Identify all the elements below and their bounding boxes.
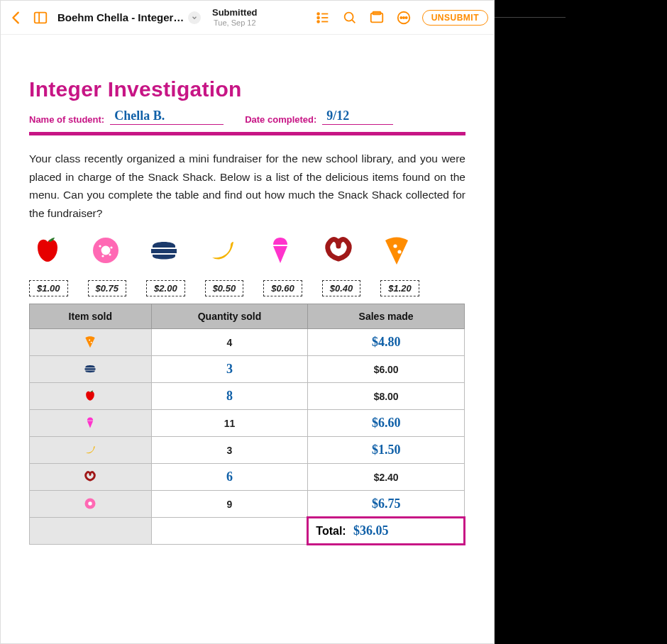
qty-cell: 3 <box>151 356 308 383</box>
svg-point-25 <box>89 339 90 340</box>
svg-point-24 <box>397 250 401 254</box>
svg-rect-0 <box>35 12 47 23</box>
svg-point-14 <box>403 16 404 18</box>
svg-point-23 <box>393 245 397 248</box>
pizza-icon <box>380 233 414 267</box>
donut-icon <box>89 233 123 267</box>
th-sales: Sales made <box>308 304 465 329</box>
outline-icon[interactable] <box>314 9 331 26</box>
qty-cell: 8 <box>151 383 308 410</box>
icecream-icon <box>263 233 297 267</box>
pretzel-icon <box>321 233 355 267</box>
doc-title: Boehm Chella - Integers I... <box>57 11 185 23</box>
sales-cell: $6.75 <box>308 491 465 518</box>
media-icon[interactable] <box>368 9 385 26</box>
sales-cell: $6.00 <box>308 356 465 383</box>
table-row: 8$8.00 <box>30 383 465 410</box>
svg-point-19 <box>110 247 112 249</box>
total-value: $36.05 <box>353 523 389 538</box>
more-icon[interactable] <box>395 9 412 26</box>
name-value: Chella B. <box>114 109 165 123</box>
intro-paragraph: Your class recently organized a mini fun… <box>29 150 465 222</box>
svg-point-13 <box>400 16 402 18</box>
svg-point-20 <box>101 255 104 257</box>
sales-cell: $4.80 <box>308 329 465 356</box>
svg-point-18 <box>99 245 101 248</box>
back-button[interactable] <box>6 8 26 28</box>
table-row: 4$4.80 <box>30 329 465 356</box>
sales-cell: $6.60 <box>308 410 465 437</box>
unsubmit-button[interactable]: UNSUBMIT <box>422 10 488 26</box>
price-donut: $0.75 <box>88 280 127 296</box>
submission-status: Submitted Tue, Sep 12 <box>212 8 258 26</box>
total-empty-2 <box>151 518 308 545</box>
qty-cell: 11 <box>151 410 308 437</box>
sidebar-toggle-icon[interactable] <box>31 8 50 28</box>
price-pretzel: $0.40 <box>322 280 361 296</box>
svg-line-9 <box>352 19 355 22</box>
donut-cell-icon <box>30 491 152 518</box>
th-qty: Quantity sold <box>151 304 308 329</box>
price-apple: $1.00 <box>29 280 68 296</box>
apple-icon <box>31 233 65 267</box>
svg-point-26 <box>91 342 92 343</box>
document-body: Integer Investigation Name of student: C… <box>1 35 494 560</box>
table-row: 6$2.40 <box>30 464 465 491</box>
total-cell: Total: $36.05 <box>308 518 465 545</box>
burger-icon <box>147 233 181 267</box>
svg-point-17 <box>101 246 111 255</box>
svg-point-21 <box>109 254 111 256</box>
name-field: Name of student: Chella B. <box>29 109 224 125</box>
chevron-down-icon[interactable] <box>188 11 201 24</box>
svg-point-4 <box>317 21 319 23</box>
date-label: Date completed: <box>245 114 316 125</box>
banana-cell-icon <box>30 437 152 464</box>
qty-cell: 4 <box>151 329 308 356</box>
toolbar: Boehm Chella - Integers I... Submitted T… <box>1 1 494 35</box>
price-banana: $0.50 <box>205 280 244 296</box>
name-label: Name of student: <box>29 114 104 125</box>
search-icon[interactable] <box>341 9 358 26</box>
price-icecream: $0.60 <box>263 280 302 296</box>
callout-line <box>495 17 566 18</box>
price-burger: $2.00 <box>146 280 185 296</box>
table-row: 9$6.75 <box>30 491 465 518</box>
price-row: $1.00 $0.75 $2.00 $0.50 $0.60 $0.40 $1.2… <box>29 280 465 296</box>
qty-cell: 6 <box>151 464 308 491</box>
sales-cell: $8.00 <box>308 383 465 410</box>
toolbar-right: UNSUBMIT <box>314 9 488 26</box>
sales-cell: $1.50 <box>308 437 465 464</box>
total-empty-1 <box>30 518 152 545</box>
th-item: Item sold <box>30 304 152 329</box>
app-frame: Boehm Chella - Integers I... Submitted T… <box>0 0 495 644</box>
svg-point-8 <box>344 12 353 21</box>
table-row: 3$6.00 <box>30 356 465 383</box>
snack-row <box>29 233 465 267</box>
qty-cell: 3 <box>151 437 308 464</box>
doc-title-group[interactable]: Boehm Chella - Integers I... <box>57 11 201 24</box>
status-text: Submitted <box>212 8 258 18</box>
fill-row: Name of student: Chella B. Date complete… <box>29 109 465 125</box>
date-value: 9/12 <box>326 109 349 123</box>
svg-point-3 <box>317 16 319 18</box>
svg-rect-27 <box>85 368 96 370</box>
icecream-cell-icon <box>30 410 152 437</box>
pretzel-cell-icon <box>30 464 152 491</box>
pizza-cell-icon <box>30 329 152 356</box>
price-pizza: $1.20 <box>380 280 419 296</box>
table-row: 3$1.50 <box>30 437 465 464</box>
date-field: Date completed: 9/12 <box>245 109 393 125</box>
total-label: Total: <box>316 525 346 537</box>
svg-point-29 <box>89 501 92 505</box>
qty-cell: 9 <box>151 491 308 518</box>
burger-cell-icon <box>30 356 152 383</box>
svg-rect-22 <box>151 249 177 253</box>
divider <box>29 132 465 135</box>
table-row: 11$6.60 <box>30 410 465 437</box>
sales-cell: $2.40 <box>308 464 465 491</box>
banana-icon <box>205 233 239 267</box>
svg-point-15 <box>405 16 407 18</box>
svg-point-2 <box>317 13 319 15</box>
apple-cell-icon <box>30 383 152 410</box>
worksheet-heading: Integer Investigation <box>29 77 465 101</box>
